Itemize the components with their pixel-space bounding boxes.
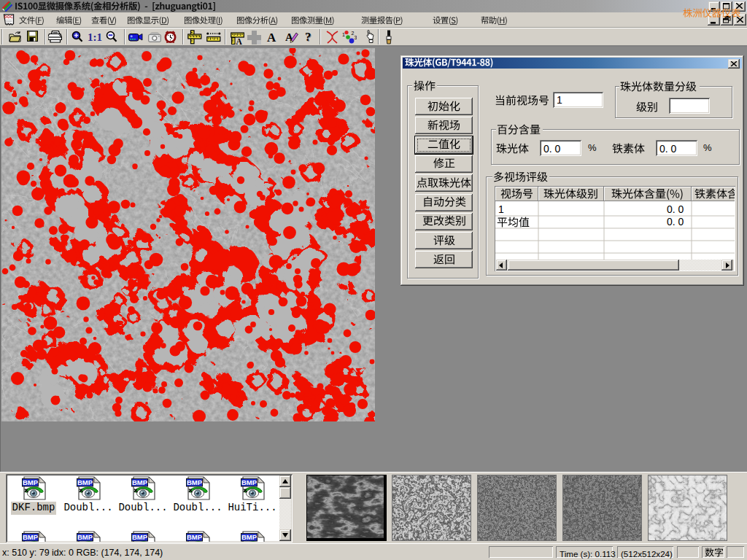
- svg-text:3: 3: [355, 35, 357, 40]
- svg-text:A: A: [236, 37, 243, 45]
- svg-text:1: 1: [342, 32, 345, 37]
- svg-text:DOC: DOC: [4, 15, 13, 19]
